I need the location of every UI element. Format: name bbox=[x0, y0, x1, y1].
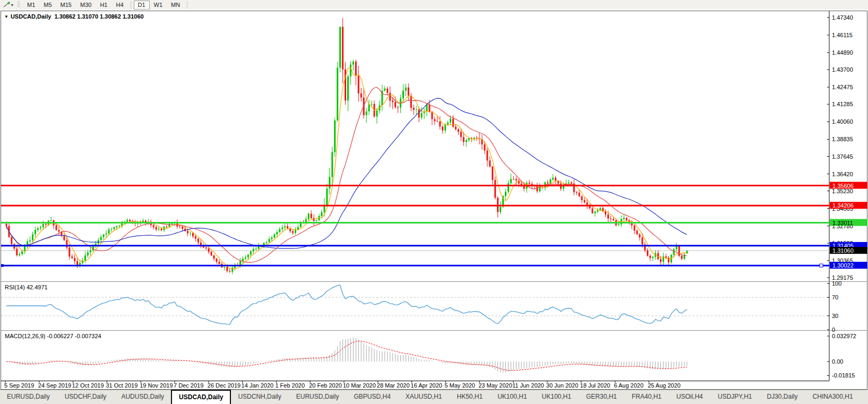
chart-tab-usoil-h1[interactable]: USOil,H1 bbox=[861, 390, 868, 404]
ma-fast-line bbox=[6, 67, 687, 269]
timeframe-toolbar: ▾ M1M5M15M30H1H4D1W1MN bbox=[0, 0, 868, 10]
macd-signal-line bbox=[6, 341, 687, 371]
rsi-pane: 10070300 bbox=[1, 280, 841, 333]
timeframe-button-MN[interactable]: MN bbox=[167, 1, 184, 10]
svg-text:1.43700: 1.43700 bbox=[832, 66, 853, 73]
svg-text:20 Feb 2020: 20 Feb 2020 bbox=[309, 382, 342, 389]
timeframe-button-H1[interactable]: H1 bbox=[96, 1, 111, 10]
chart-tab-usoil-h4[interactable]: USOil,H4 bbox=[669, 390, 710, 404]
timeframe-button-M30[interactable]: M30 bbox=[76, 1, 96, 10]
svg-text:30: 30 bbox=[832, 313, 838, 319]
price-chart-svg[interactable]: 1.473401.461151.448901.437001.424751.412… bbox=[0, 10, 868, 390]
chart-window: 1.473401.461151.448901.437001.424751.412… bbox=[0, 10, 868, 390]
toolbar-separator bbox=[187, 2, 187, 8]
macd-indicator-label: MACD(12,26,9) -0.006227 -0.007324 bbox=[5, 333, 101, 339]
timeframe-button-M1[interactable]: M1 bbox=[23, 1, 39, 10]
chart-tab-uk100-h1[interactable]: UK100,H1 bbox=[535, 390, 578, 404]
chart-tab-ger30-h1[interactable]: GER30,H1 bbox=[579, 390, 624, 404]
svg-text:1.41285: 1.41285 bbox=[832, 101, 853, 107]
svg-text:10 Mar 2020: 10 Mar 2020 bbox=[343, 382, 376, 389]
svg-text:70: 70 bbox=[832, 294, 838, 300]
svg-text:1.37645: 1.37645 bbox=[832, 153, 853, 160]
svg-text:1.35606: 1.35606 bbox=[832, 183, 854, 189]
svg-text:28 Mar 2020: 28 Mar 2020 bbox=[377, 382, 410, 389]
timeframe-button-W1[interactable]: W1 bbox=[150, 1, 167, 10]
svg-text:1.38835: 1.38835 bbox=[832, 136, 853, 142]
svg-text:0.032972: 0.032972 bbox=[832, 333, 856, 339]
chart-tab-audusd-daily[interactable]: AUDUSD,Daily bbox=[114, 390, 171, 404]
chart-tab-bar: EURUSD,DailyUSDCHF,DailyAUDUSD,DailyUSDC… bbox=[0, 390, 868, 404]
svg-text:24 Sep 2019: 24 Sep 2019 bbox=[38, 382, 71, 389]
svg-text:1.36420: 1.36420 bbox=[832, 171, 853, 177]
chart-tab-fra40-h1[interactable]: FRA40,H1 bbox=[625, 390, 668, 404]
macd-pane: 0.0329720.00-0.01815 bbox=[6, 333, 856, 379]
svg-text:1.46115: 1.46115 bbox=[832, 32, 853, 38]
svg-text:1.44890: 1.44890 bbox=[832, 49, 853, 56]
svg-text:1.31060: 1.31060 bbox=[832, 247, 854, 254]
svg-text:-0.01815: -0.01815 bbox=[832, 372, 855, 379]
chart-tab-usdjpy-h1[interactable]: USDJPY,H1 bbox=[711, 390, 759, 404]
ma-slow-line bbox=[6, 98, 687, 248]
svg-text:5 May 2020: 5 May 2020 bbox=[444, 382, 475, 389]
svg-text:1.33011: 1.33011 bbox=[832, 220, 853, 226]
svg-text:19 Nov 2019: 19 Nov 2019 bbox=[140, 382, 173, 389]
chart-tab-usdcad-daily[interactable]: USDCAD,Daily bbox=[171, 390, 231, 404]
svg-text:23 May 2020: 23 May 2020 bbox=[478, 382, 512, 389]
chart-title: ▼USDCAD,Daily 1.30862 1.31070 1.30862 1.… bbox=[4, 13, 144, 20]
svg-text:25 Aug 2020: 25 Aug 2020 bbox=[648, 382, 681, 389]
svg-text:0: 0 bbox=[832, 326, 835, 333]
chart-tab-gbpusd-h4[interactable]: GBPUSD,H4 bbox=[347, 390, 397, 404]
chart-tab-usdchf-daily[interactable]: USDCHF,Daily bbox=[58, 390, 114, 404]
svg-text:1.40060: 1.40060 bbox=[832, 118, 853, 125]
svg-text:5 Sep 2019: 5 Sep 2019 bbox=[4, 382, 34, 389]
chart-tab-usdcnh-daily[interactable]: USDCNH,Daily bbox=[231, 390, 288, 404]
timeframe-button-M5[interactable]: M5 bbox=[39, 1, 56, 10]
chart-symbol-label: USDCAD,Daily bbox=[11, 13, 51, 20]
svg-text:100: 100 bbox=[832, 280, 841, 287]
date-axis: 5 Sep 201924 Sep 201912 Oct 201931 Oct 2… bbox=[4, 381, 681, 389]
chart-tab-uk100-h1[interactable]: UK100,H1 bbox=[491, 390, 534, 404]
timeframe-button-M15[interactable]: M15 bbox=[56, 1, 76, 10]
toolbar-separator bbox=[131, 2, 131, 8]
chart-dropdown-icon[interactable]: ▼ bbox=[4, 14, 8, 19]
rsi-line bbox=[6, 285, 687, 324]
svg-text:26 Dec 2019: 26 Dec 2019 bbox=[208, 382, 240, 389]
svg-text:7 Dec 2019: 7 Dec 2019 bbox=[174, 382, 203, 389]
svg-text:1.30022: 1.30022 bbox=[832, 262, 854, 269]
svg-text:18 Jul 2020: 18 Jul 2020 bbox=[580, 382, 611, 389]
chart-tab-china300-h1[interactable]: CHINA300,H1 bbox=[806, 390, 860, 404]
svg-text:14 Jan 2020: 14 Jan 2020 bbox=[242, 382, 274, 389]
svg-text:1 Feb 2020: 1 Feb 2020 bbox=[275, 382, 305, 389]
chart-tab-hk50-h1[interactable]: HK50,H1 bbox=[450, 390, 490, 404]
macd-histogram bbox=[6, 338, 687, 373]
toolbar-grip[interactable] bbox=[18, 2, 20, 8]
svg-text:6 Aug 2020: 6 Aug 2020 bbox=[614, 382, 643, 389]
trendline-tool-icon[interactable] bbox=[2, 1, 11, 8]
svg-text:1.47340: 1.47340 bbox=[832, 14, 853, 21]
svg-text:31 Oct 2019: 31 Oct 2019 bbox=[106, 382, 137, 389]
chart-ohlc-values: 1.30862 1.31070 1.30862 1.31060 bbox=[54, 13, 143, 20]
svg-text:12 Oct 2019: 12 Oct 2019 bbox=[72, 382, 104, 389]
chart-tab-eurusd-daily[interactable]: EURUSD,Daily bbox=[289, 390, 346, 404]
svg-text:1.42475: 1.42475 bbox=[832, 84, 853, 90]
svg-text:30 Jun 2020: 30 Jun 2020 bbox=[546, 382, 579, 389]
tool-dropdown-caret-icon[interactable]: ▾ bbox=[11, 3, 13, 7]
chart-tab-xauusd-h1[interactable]: XAUUSD,H1 bbox=[399, 390, 449, 404]
ma-mid-line bbox=[6, 87, 687, 262]
svg-text:1.34206: 1.34206 bbox=[832, 202, 854, 209]
price-axis: 1.473401.461151.448901.437001.424751.412… bbox=[827, 14, 853, 281]
svg-text:11 Jun 2020: 11 Jun 2020 bbox=[512, 382, 544, 389]
svg-text:16 Apr 2020: 16 Apr 2020 bbox=[411, 382, 442, 389]
chart-tab-dj30-daily[interactable]: DJ30,Daily bbox=[760, 390, 805, 404]
timeframe-button-D1[interactable]: D1 bbox=[134, 1, 150, 10]
chart-tab-eurusd-daily[interactable]: EURUSD,Daily bbox=[0, 390, 57, 404]
timeframe-button-H4[interactable]: H4 bbox=[111, 1, 127, 10]
rsi-indicator-label: RSI(14) 42.4971 bbox=[5, 284, 48, 290]
svg-text:0.00: 0.00 bbox=[832, 358, 843, 365]
